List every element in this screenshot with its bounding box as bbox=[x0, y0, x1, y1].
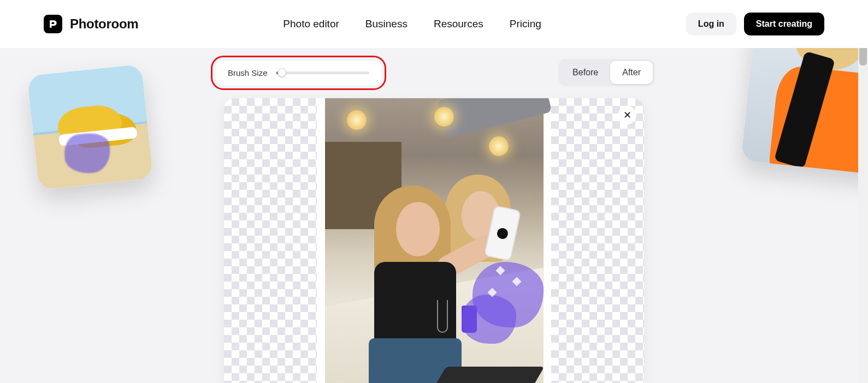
primary-nav: Photo editor Business Resources Pricing bbox=[283, 18, 541, 30]
brush-size-label: Brush Size bbox=[228, 68, 268, 77]
toggle-after[interactable]: After bbox=[610, 61, 653, 84]
transparency-checker-right bbox=[551, 98, 644, 383]
toggle-before[interactable]: Before bbox=[560, 61, 610, 84]
canvas-image[interactable] bbox=[325, 98, 544, 383]
sample-thumb-right bbox=[741, 48, 868, 175]
slider-thumb[interactable] bbox=[277, 68, 286, 77]
brush-size-control: Brush Size bbox=[216, 61, 381, 85]
light-icon bbox=[434, 107, 454, 127]
login-button[interactable]: Log in bbox=[686, 13, 736, 35]
brand-name: Photoroom bbox=[70, 16, 138, 32]
transparency-checker-left bbox=[224, 98, 317, 383]
site-header: Photoroom Photo editor Business Resource… bbox=[0, 0, 868, 48]
nav-item-pricing[interactable]: Pricing bbox=[510, 18, 541, 30]
nav-item-photo-editor[interactable]: Photo editor bbox=[283, 18, 339, 30]
nav-item-business[interactable]: Business bbox=[365, 18, 408, 30]
close-icon: ✕ bbox=[623, 109, 631, 121]
editor-controls: Brush Size Before After bbox=[216, 59, 655, 86]
brand-logo-icon bbox=[44, 15, 62, 33]
header-actions: Log in Start creating bbox=[686, 13, 824, 35]
light-icon bbox=[489, 136, 509, 156]
brand[interactable]: Photoroom bbox=[44, 15, 138, 33]
nav-item-resources[interactable]: Resources bbox=[434, 18, 483, 30]
start-creating-button[interactable]: Start creating bbox=[744, 13, 824, 35]
light-icon bbox=[347, 110, 367, 130]
brush-size-slider[interactable] bbox=[276, 68, 369, 77]
close-button[interactable]: ✕ bbox=[618, 106, 636, 124]
page-body: Brush Size Before After bbox=[0, 48, 868, 383]
vertical-scrollbar[interactable] bbox=[858, 0, 868, 383]
sample-thumb-left bbox=[27, 64, 153, 190]
slider-track bbox=[276, 71, 369, 74]
erase-overlay-icon bbox=[462, 295, 516, 344]
editor-canvas: ✕ bbox=[224, 98, 644, 383]
before-after-toggle: Before After bbox=[558, 59, 655, 86]
